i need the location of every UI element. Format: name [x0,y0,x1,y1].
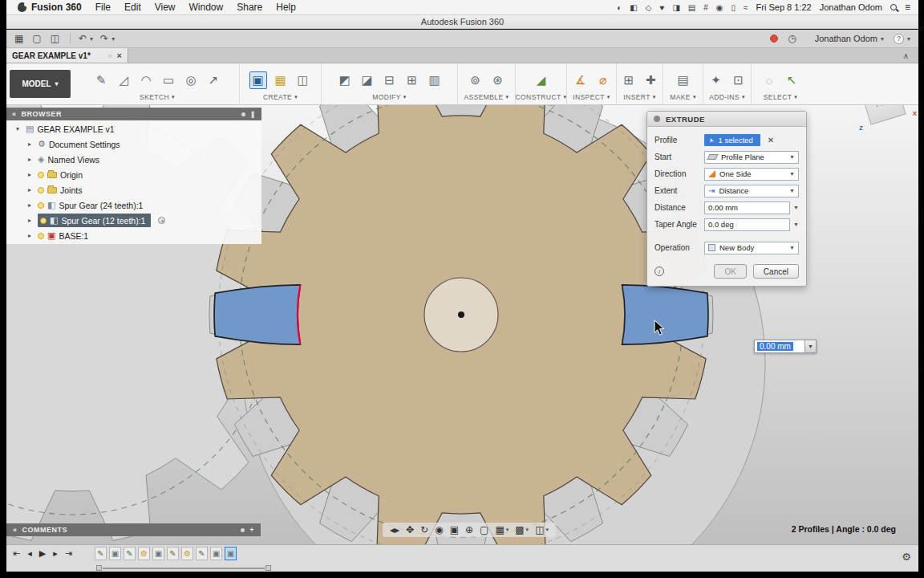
timeline-feature-icon[interactable]: ▣ [210,547,222,560]
menubar-clock[interactable]: Fri Sep 8 1:22 [756,2,812,12]
ribbon-group-label[interactable]: CREATE▾ [243,93,318,101]
expand-caret-icon[interactable]: ▸ [28,217,34,224]
menubar-status-icon[interactable]: ▤ [688,3,695,12]
menubar-status-icon[interactable]: ◨ [672,3,679,12]
inspect-tool-icon[interactable]: ∡ [572,71,590,89]
extent-select[interactable]: ⇥ Distance ▼ [704,185,799,197]
chevron-down-icon[interactable]: ▼ [793,222,799,227]
redo-menu-caret[interactable]: ▾ [111,35,115,43]
start-select[interactable]: Profile Plane ▼ [704,151,799,164]
viewports-menu[interactable]: ◫▾ [535,524,549,535]
direction-select[interactable]: One Side ▼ [704,168,799,181]
browser-row-spur-gear-12-selected[interactable]: ▸ ◧ Spur Gear (12 teeth):1 [6,213,261,228]
browser-row-spur-gear-24[interactable]: ▸ ◧ Spur Gear (24 teeth):1 [6,197,261,213]
panel-dot-icon[interactable] [241,528,245,532]
browser-header[interactable]: « BROWSER ❚ [6,108,261,120]
ok-button[interactable]: OK [714,264,746,279]
expand-caret-icon[interactable]: ▸ [28,201,34,209]
new-document-icon[interactable]: ▢ [32,33,41,44]
notification-center-icon[interactable]: ≡ [905,2,910,13]
activate-component-radio[interactable] [158,217,165,224]
ribbon-group-label[interactable]: INSERT▾ [620,93,659,101]
menubar-status-icon[interactable]: ≈ [744,3,748,12]
browser-row-joints[interactable]: ▸ Joints [6,182,261,197]
browser-row-origin[interactable]: ▸ Origin [6,167,261,182]
modify-tool-icon[interactable]: ⊟ [381,71,399,89]
clear-selection-icon[interactable]: ✕ [768,136,774,144]
timeline-feature-icon[interactable]: ✎ [196,547,208,560]
ribbon-group-label[interactable]: CONSTRUCT▾ [519,93,563,101]
step-back-button[interactable]: ◂ [27,548,32,559]
visibility-bulb-icon[interactable] [38,187,44,193]
menu-app-name[interactable]: Fusion 360 [31,2,82,13]
data-panel-icon[interactable]: ▦ [14,33,23,44]
timeline-settings-gear-icon[interactable]: ⚙ [902,551,911,563]
menu-file[interactable]: File [95,2,111,13]
visibility-bulb-icon[interactable] [38,233,44,239]
menubar-status-icon[interactable]: ◉ [716,3,723,12]
menu-window[interactable]: Window [189,2,224,13]
expand-caret-icon[interactable]: ▾ [16,125,22,132]
collapse-toolbar-icon[interactable]: ∧ [903,51,918,60]
panel-collapse-icon[interactable]: « [12,110,17,118]
profile-selected-badge[interactable]: ➤ 1 selected [704,134,760,146]
screen-record-icon[interactable] [770,35,778,43]
ribbon-group-label[interactable]: ADD-INS▾ [707,93,748,101]
menubar-status-icon[interactable]: ◇ [646,3,652,12]
redo-icon[interactable]: ↷ [100,33,108,44]
menubar-status-icon[interactable]: # [703,3,708,12]
sketch-tool-icon[interactable]: ◿ [115,71,132,89]
floating-distance-input[interactable]: 0.00 mm ▼ [754,340,817,353]
expand-caret-icon[interactable]: ▸ [28,232,34,239]
sketch-tool-icon[interactable]: ◎ [182,71,200,89]
sketch-tool-icon[interactable]: ◠ [137,71,155,89]
expand-caret-icon[interactable]: ▸ [28,186,34,193]
select-tool-icon[interactable]: ↖ [783,71,800,89]
expand-caret-icon[interactable]: ▸ [28,140,34,148]
skip-to-end-button[interactable]: ⇥ [65,548,72,559]
collapse-nav-icon[interactable]: ◂▸ [390,524,399,535]
cancel-button[interactable]: Cancel [753,264,799,279]
apple-menu-icon[interactable] [18,2,26,12]
addins-tool-icon[interactable]: ⊡ [730,71,748,89]
chevron-down-icon[interactable]: ▼ [793,205,799,210]
assemble-tool-icon[interactable]: ⊚ [467,71,484,89]
visibility-bulb-icon[interactable] [38,172,44,178]
make-tool-icon[interactable]: ▤ [675,71,692,89]
modify-tool-icon[interactable]: ◩ [336,71,354,89]
browser-row-root[interactable]: ▾ ▤ GEAR EXAMPLE v1 [6,121,261,136]
modify-tool-icon[interactable]: ⊞ [403,71,421,89]
insert-tool-icon[interactable]: ⊞ [620,71,638,89]
fit-icon[interactable]: ▢ [480,524,488,535]
visibility-bulb-icon[interactable] [38,202,44,209]
comments-bar[interactable]: « COMMENTS + [6,523,261,536]
menubar-status-icon[interactable]: ◐ [617,3,622,12]
create-tool-icon[interactable]: ▦ [272,71,290,89]
help-menu[interactable]: ? ▾ [894,34,910,44]
spotlight-search-icon[interactable] [890,4,897,10]
undo-icon[interactable]: ↶ [79,33,87,44]
workspace-switcher[interactable]: MODEL ▾ [10,70,71,98]
taper-angle-input[interactable]: 0.0 deg [704,218,790,231]
menubar-status-icon[interactable]: ◧ [630,3,637,12]
sketch-tool-icon[interactable]: ▭ [160,71,177,89]
extrude-dialog-header[interactable]: EXTRUDE [647,112,806,127]
operation-select[interactable]: New Body ▼ [704,242,799,254]
expand-caret-icon[interactable]: ▸ [28,171,34,178]
ribbon-group-label[interactable]: ASSEMBLE▾ [461,93,512,101]
look-at-icon[interactable]: ◉ [435,524,443,535]
dialog-grip-icon[interactable] [654,116,660,122]
account-menu[interactable]: Jonathan Odom ▾ [815,34,884,43]
display-settings-menu[interactable]: ▦▾ [495,524,509,535]
timeline-feature-icon[interactable]: ▣ [109,547,121,560]
panel-dot-icon[interactable] [241,112,245,116]
browser-row-base[interactable]: ▸ ▣ BASE:1 [6,228,261,243]
sketch-tool-icon[interactable]: ✎ [92,71,110,89]
addins-tool-icon[interactable]: ✦ [707,71,725,89]
ribbon-group-label[interactable]: SELECT▾ [755,93,806,101]
browser-row-document-settings[interactable]: ▸ ⚙ Document Settings [6,136,261,152]
panel-handle-icon[interactable]: ❚ [250,111,256,118]
menubar-status-icon[interactable]: ▯ [732,3,736,12]
orbit-icon[interactable]: ↻ [420,524,428,535]
expand-caret-icon[interactable]: ▸ [28,156,34,163]
